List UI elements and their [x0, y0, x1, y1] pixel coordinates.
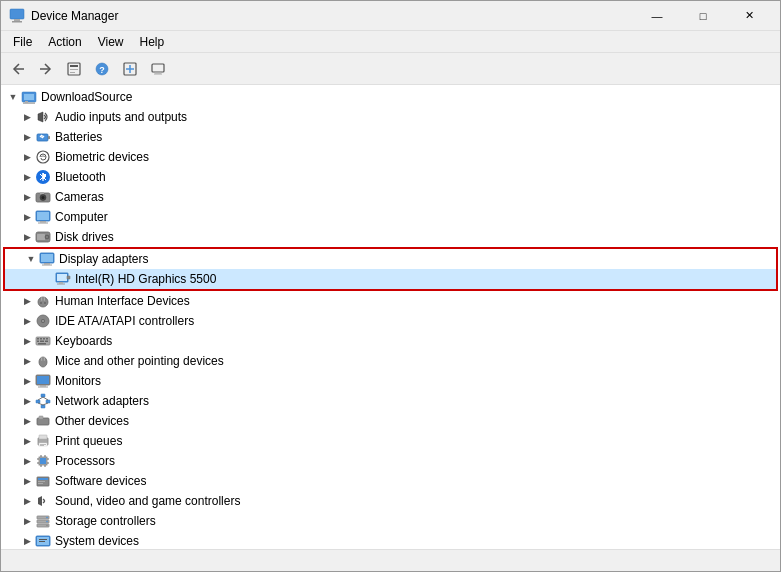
keyboards-icon [35, 333, 51, 349]
close-button[interactable]: ✕ [726, 1, 772, 31]
tree-item-keyboards[interactable]: ▶ Keybo [1, 331, 780, 351]
device-tree[interactable]: ▼ DownloadSource ▶ [1, 85, 780, 549]
expand-audio[interactable]: ▶ [19, 109, 35, 125]
tree-item-sound[interactable]: ▶ Sound, video and game controllers [1, 491, 780, 511]
expand-display[interactable]: ▼ [23, 251, 39, 267]
expand-batteries[interactable]: ▶ [19, 129, 35, 145]
tree-item-display[interactable]: ▼ Display adapters [5, 249, 776, 269]
system-label: System devices [55, 531, 139, 549]
back-button[interactable] [5, 57, 31, 81]
tree-item-other[interactable]: ▶ Other devices [1, 411, 780, 431]
minimize-button[interactable]: — [634, 1, 680, 31]
menu-file[interactable]: File [5, 33, 40, 51]
maximize-button[interactable]: □ [680, 1, 726, 31]
svg-rect-69 [40, 341, 44, 343]
expand-keyboards[interactable]: ▶ [19, 333, 35, 349]
svg-text:?: ? [99, 65, 105, 75]
monitor-button[interactable] [145, 57, 171, 81]
expand-cameras[interactable]: ▶ [19, 189, 35, 205]
expand-storage[interactable]: ▶ [19, 513, 35, 529]
forward-button[interactable] [33, 57, 59, 81]
menu-action[interactable]: Action [40, 33, 89, 51]
expand-print[interactable]: ▶ [19, 433, 35, 449]
help-button[interactable]: ? [89, 57, 115, 81]
audio-icon [35, 109, 51, 125]
scan-button[interactable] [117, 57, 143, 81]
software-icon [35, 473, 51, 489]
root-icon [21, 89, 37, 105]
tree-item-storage[interactable]: ▶ Storage controllers [1, 511, 780, 531]
menu-view[interactable]: View [90, 33, 132, 51]
other-label: Other devices [55, 411, 129, 431]
tree-item-mice[interactable]: ▶ Mice and other pointing devices [1, 351, 780, 371]
svg-point-113 [46, 521, 48, 523]
expand-software[interactable]: ▶ [19, 473, 35, 489]
processors-label: Processors [55, 451, 115, 471]
tree-item-software[interactable]: ▶ Software devices [1, 471, 780, 491]
hid-icon [35, 293, 51, 309]
expand-system[interactable]: ▶ [19, 533, 35, 549]
window-controls: — □ ✕ [634, 1, 772, 31]
svg-rect-43 [37, 234, 45, 240]
svg-point-114 [46, 525, 48, 527]
svg-rect-18 [24, 94, 34, 100]
svg-rect-1 [14, 19, 20, 21]
svg-line-84 [43, 397, 48, 400]
svg-rect-47 [41, 254, 53, 262]
tree-item-ide[interactable]: ▶ IDE ATA/ATAPI controllers [1, 311, 780, 331]
tree-item-biometric[interactable]: ▶ Biometric devices [1, 147, 780, 167]
svg-rect-37 [40, 192, 44, 194]
tree-item-disk[interactable]: ▶ Disk drives [1, 227, 780, 247]
tree-item-computer[interactable]: ▶ Computer [1, 207, 780, 227]
expand-ide[interactable]: ▶ [19, 313, 35, 329]
expand-disk[interactable]: ▶ [19, 229, 35, 245]
expand-sound[interactable]: ▶ [19, 493, 35, 509]
tree-item-bluetooth[interactable]: ▶ Bluetooth [1, 167, 780, 187]
ide-icon [35, 313, 51, 329]
tree-item-monitors[interactable]: ▶ Monitors [1, 371, 780, 391]
expand-processors[interactable]: ▶ [19, 453, 35, 469]
tree-item-root[interactable]: ▼ DownloadSource [1, 87, 780, 107]
processors-icon [35, 453, 51, 469]
tree-item-audio[interactable]: ▶ Audio inputs and outputs [1, 107, 780, 127]
audio-label: Audio inputs and outputs [55, 107, 187, 127]
svg-rect-52 [59, 282, 63, 284]
bluetooth-icon [35, 169, 51, 185]
device-manager-window: Device Manager — □ ✕ File Action View He… [0, 0, 781, 572]
expand-network[interactable]: ▶ [19, 393, 35, 409]
svg-point-62 [42, 320, 44, 322]
expand-monitors[interactable]: ▶ [19, 373, 35, 389]
tree-item-intel-graphics[interactable]: ▶ Intel(R) HD Graphics 5500 [5, 269, 776, 289]
menu-help[interactable]: Help [132, 33, 173, 51]
tree-root: ▼ DownloadSource ▶ [1, 87, 780, 549]
expand-root[interactable]: ▼ [5, 89, 21, 105]
system-icon [35, 533, 51, 549]
expand-biometric[interactable]: ▶ [19, 149, 35, 165]
display-adapters-group: ▼ Display adapters [3, 247, 778, 291]
tree-item-hid[interactable]: ▶ Human Interface Devices [1, 291, 780, 311]
svg-rect-79 [41, 394, 45, 397]
menu-bar: File Action View Help [1, 31, 780, 53]
svg-line-85 [38, 403, 43, 405]
tree-item-cameras[interactable]: ▶ Cameras [1, 187, 780, 207]
monitors-label: Monitors [55, 371, 101, 391]
status-bar [1, 549, 780, 571]
disk-icon [35, 229, 51, 245]
tree-item-processors[interactable]: ▶ [1, 451, 780, 471]
tree-item-print[interactable]: ▶ Print queues [1, 431, 780, 451]
computer-icon [35, 209, 51, 225]
svg-rect-82 [41, 405, 45, 408]
expand-mice[interactable]: ▶ [19, 353, 35, 369]
svg-point-58 [40, 302, 42, 304]
expand-computer[interactable]: ▶ [19, 209, 35, 225]
expand-other[interactable]: ▶ [19, 413, 35, 429]
properties-button[interactable] [61, 57, 87, 81]
tree-item-system[interactable]: ▶ System devices [1, 531, 780, 549]
tree-item-batteries[interactable]: ▶ Batteries [1, 127, 780, 147]
tree-item-network[interactable]: ▶ Network adapters [1, 391, 780, 411]
svg-rect-7 [70, 69, 78, 70]
expand-bluetooth[interactable]: ▶ [19, 169, 35, 185]
window-title: Device Manager [31, 9, 634, 23]
expand-hid[interactable]: ▶ [19, 293, 35, 309]
svg-rect-67 [46, 338, 48, 340]
